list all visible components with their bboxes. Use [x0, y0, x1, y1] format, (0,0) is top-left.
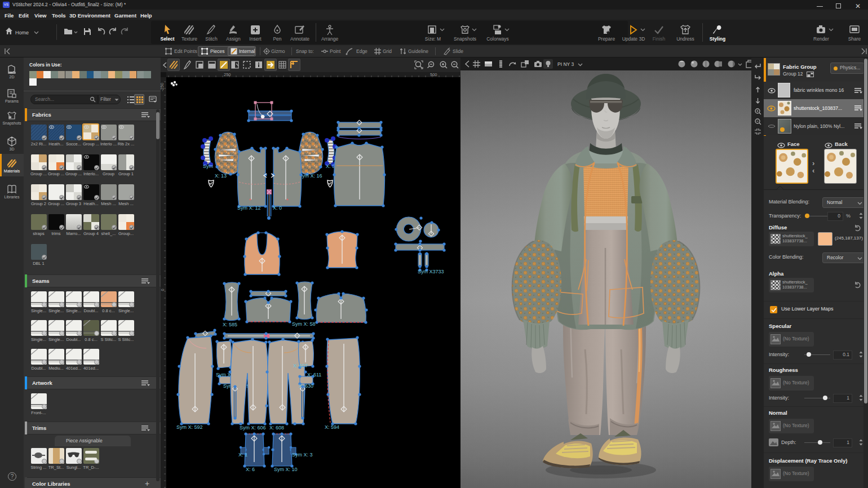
- svg-text:Sym X: 10: Sym X: 10: [274, 467, 298, 472]
- svg-text:X: 585: X: 585: [223, 322, 237, 327]
- svg-text:Sym X: 58: Sym X: 58: [292, 321, 316, 327]
- svg-text:Sym X: 3: Sym X: 3: [292, 452, 313, 458]
- svg-text:X: 607: X: 607: [293, 363, 308, 369]
- svg-text:X: 608: X: 608: [269, 425, 284, 431]
- svg-text:Sym X: 592: Sym X: 592: [176, 424, 203, 430]
- svg-text:X: 1: X: 1: [238, 452, 247, 458]
- svg-text:X: 594: X: 594: [325, 424, 339, 430]
- svg-text:Sym X: 606: Sym X: 606: [240, 425, 266, 431]
- svg-text:X: 611: X: 611: [307, 372, 321, 378]
- svg-text:X: 6: X: 6: [246, 467, 255, 472]
